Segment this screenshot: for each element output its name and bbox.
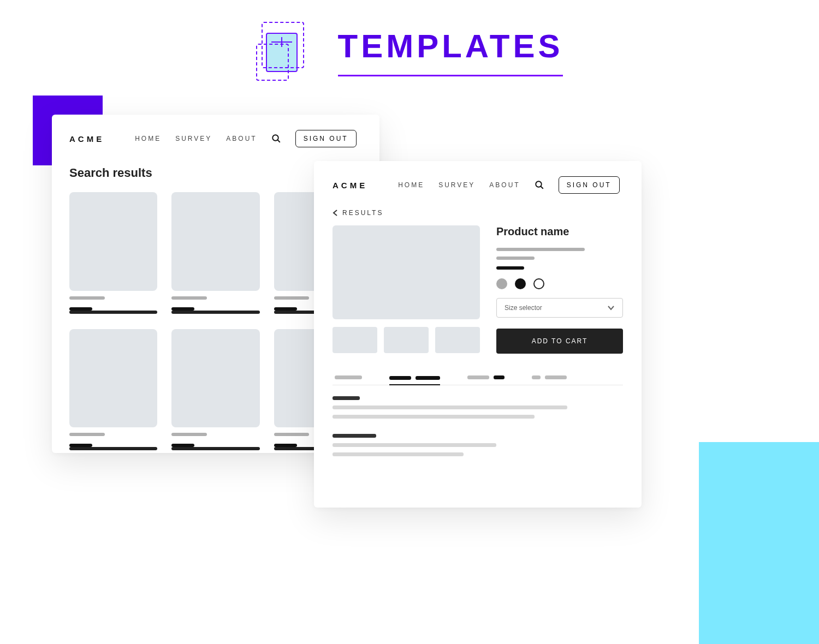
svg-line-3 <box>541 186 543 189</box>
result-card[interactable] <box>171 192 259 314</box>
swatch-outline[interactable] <box>533 278 544 289</box>
nav-survey[interactable]: SURVEY <box>438 181 475 189</box>
search-icon[interactable] <box>535 180 544 190</box>
tab-item[interactable] <box>532 375 567 379</box>
svg-line-1 <box>277 140 280 142</box>
brand-logo[interactable]: ACME <box>69 134 104 144</box>
page-header: TEMPLATES <box>0 0 819 82</box>
decoration-cyan-square <box>699 442 819 644</box>
nav-about[interactable]: ABOUT <box>226 135 257 142</box>
product-info: Product name Size selector ADD TO CART <box>496 225 623 354</box>
navbar: ACME HOME SURVEY ABOUT SIGN OUT <box>333 176 623 194</box>
thumbnail-placeholder <box>69 329 157 428</box>
search-icon[interactable] <box>271 134 281 144</box>
nav-about[interactable]: ABOUT <box>489 181 520 189</box>
nav-home[interactable]: HOME <box>135 135 161 142</box>
product-detail-row: Product name Size selector ADD TO CART <box>333 225 623 354</box>
tab-content <box>333 396 623 419</box>
product-gallery <box>333 225 480 354</box>
back-to-results-link[interactable]: RESULTS <box>333 209 623 217</box>
svg-point-2 <box>536 181 542 187</box>
thumbnail-placeholder <box>171 192 259 291</box>
tab-item[interactable] <box>467 375 505 379</box>
thumbnail-placeholder <box>69 192 157 291</box>
page-title: TEMPLATES <box>338 27 563 76</box>
add-to-cart-button[interactable]: ADD TO CART <box>496 329 623 354</box>
product-name: Product name <box>496 225 623 238</box>
brand-logo[interactable]: ACME <box>333 181 367 190</box>
result-card[interactable] <box>171 329 259 451</box>
signout-button[interactable]: SIGN OUT <box>559 176 620 194</box>
templates-icon <box>256 22 311 82</box>
gallery-thumbnails <box>333 327 480 353</box>
size-selector[interactable]: Size selector <box>496 298 623 318</box>
gallery-main-image[interactable] <box>333 225 480 319</box>
swatch-grey[interactable] <box>496 278 507 289</box>
chevron-down-icon <box>607 305 615 311</box>
gallery-thumb[interactable] <box>435 327 480 353</box>
swatch-black[interactable] <box>515 278 526 289</box>
nav-home[interactable]: HOME <box>398 181 424 189</box>
chevron-left-icon <box>333 209 338 217</box>
tab-item-active[interactable] <box>389 376 440 385</box>
nav-survey[interactable]: SURVEY <box>175 135 212 142</box>
size-selector-label: Size selector <box>505 304 542 312</box>
result-card[interactable] <box>69 329 157 451</box>
thumbnail-placeholder <box>171 329 259 428</box>
svg-point-0 <box>272 135 278 141</box>
tab-content <box>333 434 623 456</box>
gallery-thumb[interactable] <box>333 327 377 353</box>
detail-tabs <box>333 375 623 385</box>
tab-item[interactable] <box>335 375 362 379</box>
navbar: ACME HOME SURVEY ABOUT SIGN OUT <box>69 130 362 147</box>
color-swatches <box>496 278 623 289</box>
template-product-detail: ACME HOME SURVEY ABOUT SIGN OUT RESULTS … <box>314 161 642 508</box>
back-label: RESULTS <box>342 209 383 217</box>
gallery-thumb[interactable] <box>384 327 429 353</box>
signout-button[interactable]: SIGN OUT <box>295 130 357 147</box>
result-card[interactable] <box>69 192 157 314</box>
